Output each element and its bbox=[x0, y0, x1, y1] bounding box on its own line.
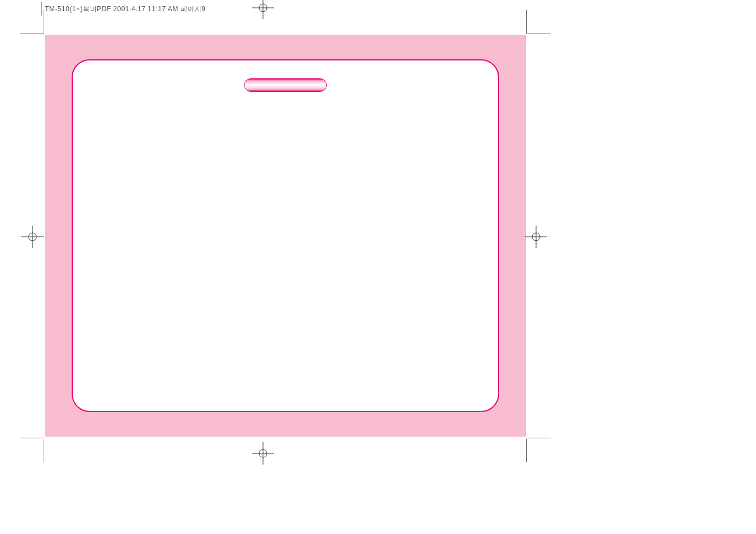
registration-mark-icon bbox=[21, 226, 44, 248]
registration-mark-icon bbox=[525, 226, 547, 248]
crop-mark-icon bbox=[20, 34, 44, 34]
header-divider bbox=[41, 2, 42, 16]
crop-mark-icon bbox=[527, 34, 551, 34]
content-panel bbox=[72, 59, 499, 412]
crop-mark-icon bbox=[20, 438, 44, 438]
page-frame bbox=[45, 35, 526, 437]
tab-pill bbox=[244, 78, 327, 92]
crop-mark-icon bbox=[526, 10, 527, 34]
crop-mark-icon bbox=[526, 439, 527, 462]
crop-mark-icon bbox=[44, 439, 44, 462]
crop-mark-icon bbox=[527, 438, 551, 438]
document-slug: TM-510(1~)북미PDF 2001.4.17 11:17 AM 페이지9 bbox=[45, 4, 205, 14]
crop-mark-icon bbox=[44, 10, 44, 34]
registration-mark-icon bbox=[252, 0, 274, 19]
registration-mark-icon bbox=[252, 442, 274, 465]
